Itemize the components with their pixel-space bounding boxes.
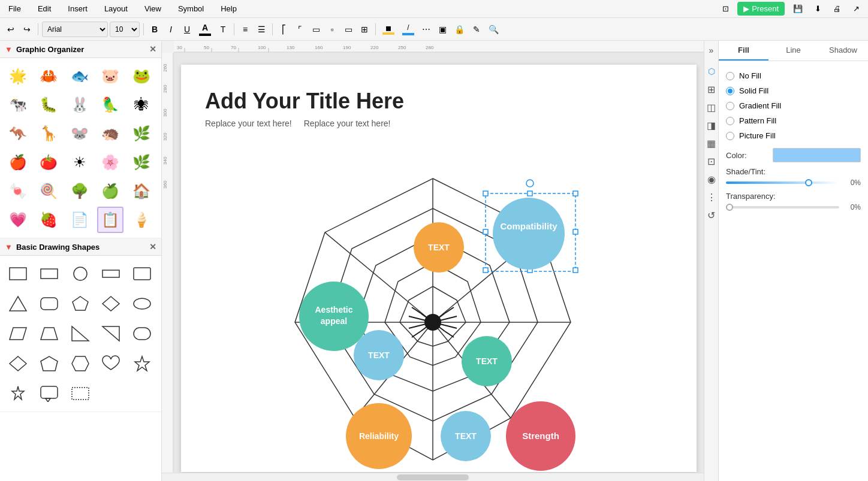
symbol-flower[interactable]: 🌸 — [97, 149, 123, 176]
side-icon-history[interactable]: ↺ — [703, 206, 721, 224]
shape-rounded-rect[interactable] — [36, 291, 62, 317]
symbol-pig[interactable]: 🐷 — [97, 63, 123, 89]
shape-rect[interactable] — [5, 261, 31, 287]
symbol-star[interactable]: 🌟 — [5, 63, 31, 89]
fill-option-gradient[interactable]: Gradient Fill — [726, 98, 861, 113]
bold-button[interactable]: B — [147, 21, 162, 38]
fill-option-no-fill[interactable]: No Fill — [726, 68, 861, 83]
align-left-button[interactable]: ≡ — [238, 21, 252, 38]
menu-layout[interactable]: Layout — [101, 3, 131, 14]
checkbox-button[interactable]: ▣ — [435, 21, 450, 38]
shape-ellipse[interactable] — [129, 291, 155, 317]
symbol-tomato[interactable]: 🍅 — [35, 149, 62, 176]
symbol-mouse[interactable]: 🐭 — [67, 120, 93, 147]
shape-triangle[interactable] — [5, 291, 31, 317]
symbol-doc2[interactable]: 📋 — [97, 207, 123, 233]
shape-heart[interactable] — [98, 350, 124, 377]
color-swatch[interactable] — [773, 148, 861, 162]
redo-button[interactable]: ↪ — [20, 21, 34, 38]
textbox-button[interactable]: ⎡ — [276, 21, 291, 38]
shape-parallelogram[interactable] — [5, 320, 31, 347]
symbol-sun[interactable]: ☀ — [67, 149, 93, 176]
transparency-slider[interactable] — [726, 206, 839, 208]
symbol-apple[interactable]: 🍎 — [5, 149, 31, 176]
fill-option-pattern[interactable]: Pattern Fill — [726, 113, 861, 128]
font-size-select[interactable]: 10 12 14 — [110, 22, 140, 37]
shape-rounded-rect2[interactable] — [129, 320, 155, 347]
basic-drawing-shapes-header[interactable]: ▼ Basic Drawing Shapes ✕ — [0, 238, 161, 256]
text-orient-button[interactable]: T — [216, 21, 230, 38]
symbol-leaf2[interactable]: 🌿 — [128, 149, 155, 176]
save-icon[interactable]: 💾 — [789, 2, 806, 15]
fill-option-solid[interactable]: Solid Fill — [726, 83, 861, 98]
shape-pentagon2[interactable] — [36, 350, 62, 377]
menu-file[interactable]: File — [5, 3, 25, 14]
symbol-fish[interactable]: 🐟 — [67, 63, 93, 89]
side-icon-connect[interactable]: ◉ — [703, 170, 721, 188]
shape-rect-empty[interactable] — [67, 380, 94, 407]
print-icon[interactable]: 🖨 — [830, 2, 845, 15]
side-icon-fill[interactable]: ⬡ — [703, 62, 721, 80]
shape-circle[interactable] — [67, 261, 94, 287]
line-color-button[interactable]: / — [399, 21, 417, 38]
side-icon-image[interactable]: ⊡ — [703, 152, 721, 170]
symbol-rabbit[interactable]: 🐰 — [67, 92, 93, 118]
menu-help[interactable]: Help — [217, 3, 240, 14]
menu-symbol[interactable]: Symbol — [174, 3, 207, 14]
tab-line[interactable]: Line — [768, 41, 818, 60]
present-button[interactable]: ▶ Present — [737, 2, 785, 16]
shape-diamond[interactable] — [98, 291, 124, 317]
settings-button[interactable]: ✎ — [469, 21, 484, 38]
symbol-house[interactable]: 🏠 — [128, 178, 155, 204]
symbol-doc1[interactable]: 📄 — [67, 207, 93, 233]
symbol-green-apple[interactable]: 🍏 — [97, 178, 123, 204]
tab-shadow[interactable]: Shadow — [818, 41, 868, 60]
basic-drawing-shapes-close[interactable]: ✕ — [149, 242, 156, 252]
search-button[interactable]: 🔍 — [486, 21, 502, 38]
symbol-heart[interactable]: 💗 — [5, 207, 31, 233]
screen-icon[interactable]: ⊡ — [719, 2, 733, 15]
shape-trapezoid[interactable] — [36, 320, 62, 347]
symbol-leaf[interactable]: 🌿 — [128, 120, 155, 147]
underline-button[interactable]: U — [180, 21, 194, 38]
symbol-icecream[interactable]: 🍦 — [128, 207, 155, 233]
graphic-organizer-close[interactable]: ✕ — [149, 44, 156, 54]
shade-slider[interactable] — [726, 181, 839, 184]
shape-star5[interactable] — [5, 380, 31, 407]
share-icon[interactable]: ↗ — [849, 2, 863, 15]
shape-diamond2[interactable] — [5, 350, 31, 377]
shade-thumb[interactable] — [805, 179, 812, 186]
fill-option-picture[interactable]: Picture Fill — [726, 128, 861, 143]
shape2-button[interactable]: ▫ — [325, 21, 339, 38]
tab-fill[interactable]: Fill — [719, 41, 768, 60]
symbol-frog[interactable]: 🐸 — [128, 63, 155, 89]
expand-right-panel[interactable]: » — [707, 43, 716, 58]
shape-star[interactable] — [129, 350, 155, 377]
symbol-cow[interactable]: 🐄 — [5, 92, 31, 118]
symbol-strawberry[interactable]: 🍓 — [35, 207, 62, 233]
side-icon-pane[interactable]: ◨ — [703, 116, 721, 134]
side-icon-layers[interactable]: ◫ — [703, 98, 721, 116]
undo-button[interactable]: ↩ — [4, 21, 18, 38]
menu-view[interactable]: View — [141, 3, 165, 14]
shape-hexagon[interactable] — [67, 350, 94, 377]
symbol-hedgehog[interactable]: 🦔 — [97, 120, 123, 147]
symbol-kangaroo[interactable]: 🦘 — [5, 120, 31, 147]
download-icon[interactable]: ⬇ — [811, 2, 825, 15]
shape1-button[interactable]: ▭ — [309, 21, 323, 38]
line-style-button[interactable]: ⋯ — [419, 21, 433, 38]
menu-insert[interactable]: Insert — [64, 3, 91, 14]
side-icon-more[interactable]: ⋮ — [703, 188, 721, 206]
side-icon-table[interactable]: ▦ — [703, 134, 721, 152]
graphic-organizer-header[interactable]: ▼ Graphic Organizer ✕ — [0, 41, 161, 58]
trans-thumb[interactable] — [726, 204, 733, 211]
connector-button[interactable]: ⌜ — [293, 21, 307, 38]
shape-speech[interactable] — [36, 380, 62, 407]
symbol-giraffe[interactable]: 🦒 — [35, 120, 62, 147]
canvas-subtitle2[interactable]: Replace your text here! — [304, 119, 391, 128]
shape-right-triangle[interactable] — [67, 320, 94, 347]
list-button[interactable]: ☰ — [254, 21, 269, 38]
canvas-subtitle1[interactable]: Replace your text here! — [205, 119, 292, 128]
canvas-scroll[interactable]: Add Your Title Here Replace your text he… — [174, 53, 704, 473]
canvas-title[interactable]: Add Your Title Here — [205, 89, 404, 114]
